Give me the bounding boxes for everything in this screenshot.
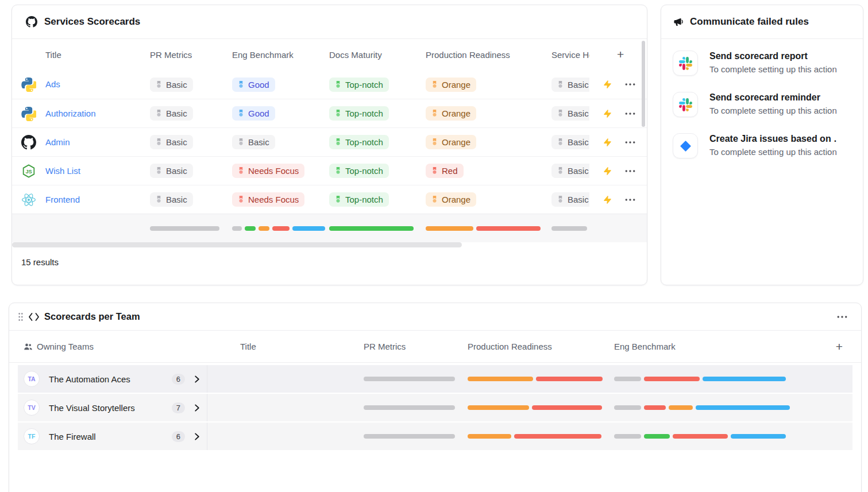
table-row[interactable]: Ads Basic Good Top-notch Orange Basic	[12, 70, 647, 99]
jira-icon	[673, 133, 698, 158]
scorecard-badge: Top-notch	[329, 78, 389, 92]
column-header-title[interactable]: Title	[240, 342, 364, 351]
badge-label: Top-notch	[345, 109, 383, 118]
code-icon	[29, 313, 39, 321]
row-menu-button[interactable]	[625, 83, 635, 86]
rule-action-card[interactable]: Send scorecard reminder To complete sett…	[673, 92, 863, 117]
service-health-cell: Basic	[551, 135, 589, 149]
pr-metrics-cell: Basic	[150, 135, 232, 149]
rule-action-card[interactable]: Send scorecard report To complete settin…	[673, 51, 863, 76]
service-title-link[interactable]: Wish List	[45, 166, 80, 176]
scorecards-per-team-panel: Scorecards per Team Owning Teams Title P…	[9, 303, 862, 492]
service-health-cell: Basic	[551, 192, 589, 207]
lightning-bolt-icon[interactable]	[603, 195, 612, 204]
service-title-link[interactable]: Frontend	[45, 195, 80, 204]
column-header-title[interactable]: Title	[45, 50, 150, 60]
row-menu-button[interactable]	[625, 141, 635, 144]
lightning-bolt-icon[interactable]	[603, 166, 612, 176]
gray-metric-bar	[150, 226, 219, 231]
column-header-production-readiness[interactable]: Production Readiness	[468, 342, 614, 351]
orange-metric-bar	[669, 405, 693, 410]
svg-text:JS: JS	[25, 168, 32, 174]
pr-metrics-cell: Basic	[150, 78, 232, 92]
blue-metric-bar	[292, 226, 325, 231]
page-title: Services Scorecards	[44, 16, 140, 28]
scorecard-badge: Orange	[426, 192, 476, 207]
team-title-cell	[207, 394, 364, 421]
docs-maturity-cell: Top-notch	[329, 106, 426, 121]
column-header-pr-metrics[interactable]: PR Metrics	[364, 342, 468, 351]
scorecard-badge: Needs Focus	[232, 192, 304, 207]
team-row[interactable]: TV The Visual Storytellers 7	[18, 394, 852, 421]
badge-label: Basic	[166, 195, 187, 204]
team-row[interactable]: TA The Automation Aces 6	[18, 365, 852, 393]
column-header-eng-benchmark[interactable]: Eng Benchmark	[232, 50, 329, 60]
team-title-cell	[207, 365, 364, 393]
green-metric-bar	[644, 434, 670, 439]
horizontal-scrollbar-thumb[interactable]	[12, 242, 462, 247]
scorecard-badge: Basic	[232, 135, 275, 149]
team-row[interactable]: TF The Firewall 6	[18, 423, 852, 450]
rule-action-card[interactable]: Create Jira issues based on … To complet…	[673, 133, 863, 158]
chevron-right-icon[interactable]	[194, 375, 200, 383]
team-cell[interactable]: TA The Automation Aces 6	[18, 365, 207, 393]
drag-handle-icon[interactable]	[18, 312, 24, 321]
gray-metric-bar	[364, 405, 455, 410]
badge-label: Basic	[166, 109, 187, 118]
badge-label: Good	[248, 80, 269, 89]
column-header-docs-maturity[interactable]: Docs Maturity	[329, 50, 426, 60]
column-header-eng-benchmark[interactable]: Eng Benchmark	[614, 342, 836, 351]
team-cell[interactable]: TV The Visual Storytellers 7	[18, 394, 207, 421]
add-column-button[interactable]: +	[589, 48, 647, 61]
lightning-bolt-icon[interactable]	[603, 138, 612, 147]
service-title-link[interactable]: Authorization	[45, 109, 96, 118]
team-eng-benchmark-bars	[614, 365, 852, 393]
lightning-bolt-icon[interactable]	[603, 109, 612, 118]
panel-menu-button[interactable]	[837, 316, 847, 318]
chevron-right-icon[interactable]	[194, 404, 200, 412]
row-menu-button[interactable]	[625, 170, 635, 172]
table-row[interactable]: Authorization Basic Good Top-notch Orang…	[12, 99, 647, 127]
column-header-owning-teams[interactable]: Owning Teams	[24, 342, 240, 351]
column-header-production-readiness[interactable]: Production Readiness	[426, 50, 551, 60]
lightning-bolt-icon[interactable]	[603, 80, 612, 89]
scorecard-badge: Basic	[551, 164, 589, 178]
orange-metric-bar	[468, 434, 511, 439]
team-production-readiness-bars	[468, 365, 614, 393]
red-metric-bar	[644, 405, 666, 410]
vertical-scrollbar-thumb[interactable]	[642, 41, 645, 127]
chevron-right-icon[interactable]	[194, 433, 200, 440]
table-row[interactable]: Frontend Basic Needs Focus Top-notch Ora…	[12, 185, 647, 214]
badge-label: Top-notch	[345, 138, 383, 146]
row-menu-button[interactable]	[625, 199, 635, 201]
team-avatar: TV	[24, 400, 40, 416]
horizontal-scrollbar[interactable]	[12, 242, 647, 248]
rules-panel-header: Communicate failed rules	[661, 5, 863, 39]
row-menu-button[interactable]	[625, 113, 635, 115]
column-header-service-health[interactable]: Service Health	[551, 50, 589, 60]
card-subtitle: To complete setting up this action	[709, 64, 837, 74]
blue-metric-bar	[696, 405, 790, 410]
team-name: The Automation Aces	[49, 374, 130, 384]
add-column-button[interactable]: +	[836, 340, 843, 354]
gray-metric-bar	[614, 377, 641, 381]
eng-benchmark-cell: Good	[232, 78, 329, 92]
blue-metric-bar	[731, 434, 786, 439]
service-title-link[interactable]: Admin	[45, 137, 70, 147]
summary-pr-metrics-bars	[150, 226, 232, 231]
team-cell[interactable]: TF The Firewall 6	[18, 423, 207, 450]
table-row[interactable]: JS Wish List Basic Needs Focus Top-notch…	[12, 156, 647, 185]
red-metric-bar	[532, 405, 602, 410]
gray-metric-bar	[232, 226, 242, 231]
column-header-pr-metrics[interactable]: PR Metrics	[150, 50, 232, 60]
production-readiness-cell: Red	[426, 164, 551, 178]
badge-label: Basic	[166, 138, 187, 146]
scorecard-badge: Basic	[150, 192, 193, 207]
teams-table-header: Owning Teams Title PR Metrics Production…	[9, 331, 861, 363]
scorecard-badge: Orange	[426, 78, 476, 92]
card-subtitle: To complete setting up this action	[709, 106, 837, 115]
service-title-link[interactable]: Ads	[45, 79, 60, 89]
gray-metric-bar	[364, 434, 455, 439]
github-icon	[21, 135, 45, 150]
table-row[interactable]: Admin Basic Basic Top-notch Orange Basic	[12, 127, 647, 156]
